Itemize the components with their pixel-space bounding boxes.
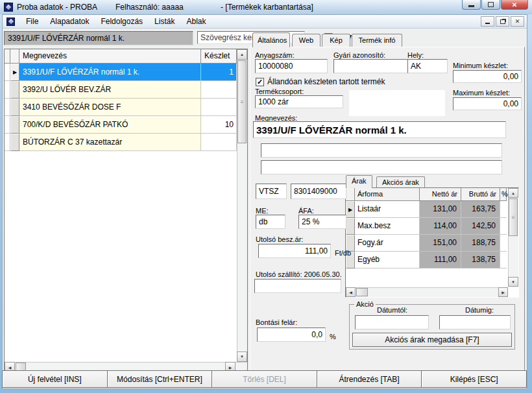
datumtol-field[interactable] — [355, 315, 429, 329]
menu-file[interactable]: File — [20, 16, 44, 27]
price-grid[interactable]: Árforma Nettó ár Bruttó ár % ▶ Listaár 1… — [345, 187, 519, 298]
datumtol-label: Dátumtól: — [377, 306, 407, 314]
akcios-arak-button[interactable]: Akciós árak megadása [F7] — [352, 333, 512, 347]
anyagszam-label: Anyagszám: — [255, 51, 295, 59]
price-vscroll-thumb[interactable]: ≡ — [509, 198, 518, 236]
price-header-brutto[interactable]: Bruttó ár — [461, 188, 500, 201]
modositas-button[interactable]: Módosítás [Ctrl+ENTER] — [107, 371, 213, 388]
utolso-beszar-field[interactable]: 111,00 — [258, 244, 331, 258]
product-grid[interactable]: Megnevezés Készlet ▶ 3391/U/F LŐVÉRZÁR n… — [4, 49, 248, 373]
termekcsoport-field[interactable]: 1000 zár — [255, 95, 343, 108]
table-row[interactable]: BÚTORZÁR C 37 kazettazár — [5, 134, 237, 151]
footer-bar: Új felvétel [INS] Módosítás [Ctrl+ENTER]… — [3, 370, 527, 388]
mdi-close-icon: ✕ — [515, 18, 520, 25]
table-row[interactable]: 700/K/D BEVÉSŐZÁR PATKÓ 10 — [5, 116, 237, 134]
window-title: Proba adatok - PROBA — [17, 3, 97, 12]
scroll-up-icon[interactable]: ▲ — [237, 49, 247, 60]
datumig-field[interactable] — [439, 315, 511, 329]
scroll-down-icon[interactable]: ▼ — [237, 351, 247, 362]
menu-ablak[interactable]: Ablak — [180, 16, 212, 27]
table-row[interactable]: 3410 BEVÉSŐZÁR DOSE F — [5, 99, 237, 116]
price-scroll-right-icon[interactable]: ▶ — [498, 287, 508, 297]
mdi-restore-icon — [500, 19, 505, 24]
menu-feldolgozas[interactable]: Feldolgozás — [95, 16, 149, 27]
maximize-button[interactable] — [481, 0, 500, 10]
close-icon: ✕ — [512, 1, 517, 8]
price-row[interactable]: Egyéb 111,00 138,75 — [346, 252, 507, 268]
hely-field[interactable]: AK — [407, 59, 448, 73]
ftdb-label: Ft/db — [335, 249, 351, 257]
app-icon — [4, 3, 13, 12]
document-title: - [Termékek karbantartása] — [221, 3, 313, 12]
client-area: File Alapadatok Feldolgozás Listák Ablak… — [2, 14, 527, 389]
atrendezes-button[interactable]: Átrendezés [TAB] — [317, 371, 422, 388]
tab-akcios-arak[interactable]: Akciós árak — [376, 176, 425, 188]
termekcsoport-detail-box — [349, 90, 445, 116]
maximum-keszlet-label: Maximum készlet: — [453, 89, 510, 97]
price-hscroll-thumb[interactable] — [356, 288, 368, 296]
kilepes-button[interactable]: Kilépés [ESC] — [421, 371, 527, 388]
vtsz-label-box: VTSZ — [256, 184, 287, 199]
hely-label: Hely: — [407, 51, 424, 59]
tab-arak[interactable]: Árak — [346, 175, 372, 188]
table-row[interactable]: 3392/U LŐVÉR BEV.ZÁR — [5, 81, 237, 99]
tab-kep[interactable]: Kép — [322, 34, 350, 47]
current-row-indicator-icon: ▶ — [13, 69, 17, 75]
mdi-close-button[interactable]: ✕ — [511, 16, 524, 27]
minimum-keszlet-label: Minimum készlet: — [453, 62, 508, 69]
price-header-arforma[interactable]: Árforma — [355, 188, 420, 201]
uj-felvetel-button[interactable]: Új felvétel [INS] — [2, 371, 108, 388]
utolso-szallito-label: Utolsó szállító: 2006.05.30. — [256, 270, 342, 278]
bontasi-felar-field[interactable]: 0,0 — [257, 328, 326, 342]
allandoan-label: Állandóan készleten tartott termék — [267, 77, 385, 86]
vtsz-field[interactable]: 8301409000 — [291, 184, 346, 199]
tab-web[interactable]: Web — [292, 34, 320, 47]
menu-listak[interactable]: Listák — [149, 16, 180, 27]
current-record-box: 3391/U/F LŐVÉRZÁR normál 1 k. — [4, 31, 193, 45]
price-row[interactable]: Max.besz 114,00 142,50 — [346, 218, 507, 235]
price-current-row-icon: ▶ — [348, 207, 352, 213]
tab-altalanos[interactable]: Általános — [252, 32, 290, 47]
akcio-groupbox: Akció Dátumtól: Dátumig: Akciós árak meg… — [349, 304, 515, 350]
grid-header-stock[interactable]: Készlet — [201, 49, 237, 64]
price-scroll-up-icon[interactable]: ▲ — [508, 188, 518, 198]
tabpage-altalanos: Anyagszám: 10000080 Gyári azonosító: Hel… — [250, 47, 525, 374]
bontasi-felar-label: Bontási felár: — [256, 318, 297, 326]
grid-header-name[interactable]: Megnevezés — [19, 49, 201, 64]
price-header-netto[interactable]: Nettó ár — [420, 188, 461, 201]
price-row[interactable]: ▶ Listaár 131,00 163,75 — [346, 201, 507, 218]
afa-label: ÁFA: — [298, 207, 314, 215]
user-label: Felhasználó: aaaaa — [115, 3, 184, 12]
minimum-keszlet-field[interactable]: 0,00 — [453, 70, 522, 83]
extra-name-field-2[interactable] — [261, 160, 502, 174]
close-button[interactable]: ✕ — [501, 0, 528, 10]
menu-alapadatok[interactable]: Alapadatok — [44, 16, 95, 27]
table-row[interactable]: ▶ 3391/U/F LŐVÉRZÁR normál 1 k. 1 — [5, 64, 237, 81]
megnevezes-field[interactable]: 3391/U/F LŐVÉRZÁR normál 1 k. — [253, 121, 506, 138]
mdi-minimize-icon — [485, 23, 490, 24]
price-header-percent[interactable]: % — [500, 188, 507, 201]
application-window: Proba adatok - PROBA Felhasználó: aaaaa … — [0, 0, 532, 393]
me-field[interactable]: db — [256, 215, 285, 229]
utolso-szallito-field[interactable] — [254, 279, 341, 293]
akcio-legend: Akció — [354, 300, 376, 308]
price-scroll-left-icon[interactable]: ◀ — [346, 287, 356, 297]
afa-field[interactable]: 25 % — [298, 215, 346, 229]
grid-vscroll-thumb[interactable]: ≡ — [237, 60, 247, 143]
tab-termek-info[interactable]: Termék infó — [352, 34, 402, 47]
price-hscrollbar[interactable] — [346, 287, 508, 297]
maximum-keszlet-field[interactable]: 0,00 — [453, 97, 522, 110]
mdi-minimize-button[interactable] — [481, 16, 494, 27]
percent-label: % — [330, 333, 336, 340]
minimize-button[interactable] — [462, 0, 481, 10]
mdi-restore-button[interactable] — [496, 16, 509, 27]
price-row[interactable]: Fogy.ár 151,00 188,75 — [346, 235, 507, 252]
maximize-icon — [488, 2, 494, 7]
minimize-icon — [468, 5, 474, 7]
allandoan-checkbox[interactable]: ✓ — [256, 78, 264, 86]
gyari-azonosito-field[interactable] — [333, 59, 410, 73]
gyari-azonosito-label: Gyári azonosító: — [333, 51, 385, 59]
price-scroll-down-icon[interactable]: ▼ — [508, 277, 518, 287]
anyagszam-field[interactable]: 10000080 — [255, 59, 328, 73]
extra-name-field-1[interactable] — [261, 143, 502, 158]
